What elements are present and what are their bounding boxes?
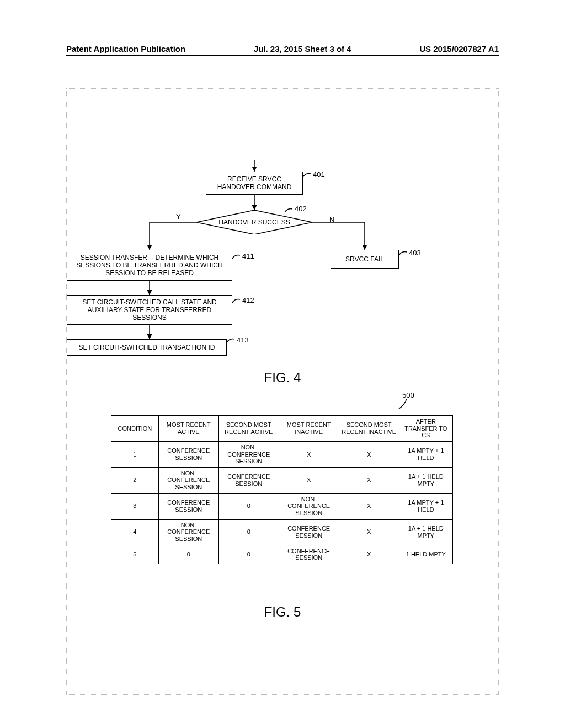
flowchart-fig4: RECEIVE SRVCC HANDOVER COMMAND 401 HANDO… bbox=[67, 160, 498, 392]
table-body: 1CONFERENCE SESSIONNON-CONFERENCE SESSIO… bbox=[111, 441, 453, 564]
table-cell: X bbox=[279, 441, 339, 467]
ref-411: 411 bbox=[242, 252, 254, 260]
box-411-text: SESSION TRANSFER -- DETERMINE WHICH SESS… bbox=[71, 254, 228, 277]
table-cell: 1 HELD MPTY bbox=[399, 545, 452, 564]
label-y: Y bbox=[176, 212, 181, 221]
table-row: 4NON-CONFERENCE SESSION0CONFERENCE SESSI… bbox=[111, 519, 453, 545]
table-cell: 1A + 1 HELD MPTY bbox=[399, 519, 452, 545]
table-cell: X bbox=[279, 467, 339, 493]
th-smra: SECOND MOST RECENT ACTIVE bbox=[218, 416, 279, 442]
th-mri: MOST RECENT INACTIVE bbox=[279, 416, 339, 442]
table-cell: NON-CONFERENCE SESSION bbox=[158, 519, 218, 545]
table-cell: X bbox=[339, 519, 399, 545]
page: Patent Application Publication Jul. 23, … bbox=[0, 0, 565, 728]
table-cell: 0 bbox=[158, 545, 218, 564]
ref-401: 401 bbox=[313, 170, 325, 179]
box-403: SRVCC FAIL bbox=[331, 250, 399, 269]
table-cell: 4 bbox=[111, 519, 159, 545]
box-413: SET CIRCUIT-SWITCHED TRANSACTION ID bbox=[67, 339, 227, 356]
table-fig5: CONDITION MOST RECENT ACTIVE SECOND MOST… bbox=[111, 415, 453, 564]
box-412-text: SET CIRCUIT-SWITCHED CALL STATE AND AUXI… bbox=[71, 298, 228, 322]
box-401: RECEIVE SRVCC HANDOVER COMMAND bbox=[206, 172, 303, 195]
table-row: 1CONFERENCE SESSIONNON-CONFERENCE SESSIO… bbox=[111, 441, 453, 467]
ref-500: 500 bbox=[402, 391, 414, 399]
header-center: Jul. 23, 2015 Sheet 3 of 4 bbox=[254, 44, 351, 53]
table-cell: 0 bbox=[218, 545, 279, 564]
ref-403: 403 bbox=[409, 249, 421, 257]
header-left: Patent Application Publication bbox=[66, 44, 185, 53]
table-cell: 5 bbox=[111, 545, 159, 564]
table-cell: 0 bbox=[218, 493, 279, 519]
table-cell: CONFERENCE SESSION bbox=[218, 467, 279, 493]
table-cell: 0 bbox=[218, 519, 279, 545]
table-header-row: CONDITION MOST RECENT ACTIVE SECOND MOST… bbox=[111, 416, 453, 442]
table-cell: 3 bbox=[111, 493, 159, 519]
box-403-text: SRVCC FAIL bbox=[345, 255, 384, 263]
content-frame: RECEIVE SRVCC HANDOVER COMMAND 401 HANDO… bbox=[66, 88, 499, 695]
header-right: US 2015/0207827 A1 bbox=[419, 44, 499, 53]
page-header: Patent Application Publication Jul. 23, … bbox=[66, 44, 499, 56]
table-cell: CONFERENCE SESSION bbox=[279, 519, 339, 545]
ref-500-hook-icon bbox=[398, 399, 414, 415]
box-412: SET CIRCUIT-SWITCHED CALL STATE AND AUXI… bbox=[67, 295, 232, 325]
table-row: 3CONFERENCE SESSION0NON-CONFERENCE SESSI… bbox=[111, 493, 453, 519]
table-cell: 1A + 1 HELD MPTY bbox=[399, 467, 452, 493]
table-cell: NON-CONFERENCE SESSION bbox=[158, 467, 218, 493]
decision-402-text: HANDOVER SUCCESS bbox=[196, 210, 312, 234]
table-row: 2NON-CONFERENCE SESSIONCONFERENCE SESSIO… bbox=[111, 467, 453, 493]
fig5-caption: FIG. 5 bbox=[67, 604, 498, 620]
ref-413: 413 bbox=[237, 336, 249, 344]
th-mra: MOST RECENT ACTIVE bbox=[158, 416, 218, 442]
decision-402: HANDOVER SUCCESS bbox=[196, 210, 312, 234]
table-cell: 2 bbox=[111, 467, 159, 493]
table-cell: X bbox=[339, 493, 399, 519]
table-cell: CONFERENCE SESSION bbox=[279, 545, 339, 564]
table-cell: X bbox=[339, 545, 399, 564]
fig4-caption: FIG. 4 bbox=[67, 370, 498, 386]
th-after: AFTER TRANSFER TO CS bbox=[399, 416, 452, 442]
table-cell: NON-CONFERENCE SESSION bbox=[279, 493, 339, 519]
th-condition: CONDITION bbox=[111, 416, 159, 442]
table-cell: CONFERENCE SESSION bbox=[158, 493, 218, 519]
box-401-text: RECEIVE SRVCC HANDOVER COMMAND bbox=[210, 175, 299, 191]
table-cell: X bbox=[339, 467, 399, 493]
condition-table: CONDITION MOST RECENT ACTIVE SECOND MOST… bbox=[111, 415, 453, 564]
table-cell: 1 bbox=[111, 441, 159, 467]
table-cell: CONFERENCE SESSION bbox=[158, 441, 218, 467]
box-411: SESSION TRANSFER -- DETERMINE WHICH SESS… bbox=[67, 250, 232, 281]
table-cell: 1A MPTY + 1 HELD bbox=[399, 441, 452, 467]
box-413-text: SET CIRCUIT-SWITCHED TRANSACTION ID bbox=[79, 344, 215, 351]
table-row: 500CONFERENCE SESSIONX1 HELD MPTY bbox=[111, 545, 453, 564]
table-cell: X bbox=[339, 441, 399, 467]
table-cell: NON-CONFERENCE SESSION bbox=[218, 441, 279, 467]
th-smri: SECOND MOST RECENT INACTIVE bbox=[339, 416, 399, 442]
label-n: N bbox=[329, 216, 334, 224]
ref-412: 412 bbox=[242, 296, 254, 304]
table-cell: 1A MPTY + 1 HELD bbox=[399, 493, 452, 519]
ref-402: 402 bbox=[295, 205, 307, 213]
